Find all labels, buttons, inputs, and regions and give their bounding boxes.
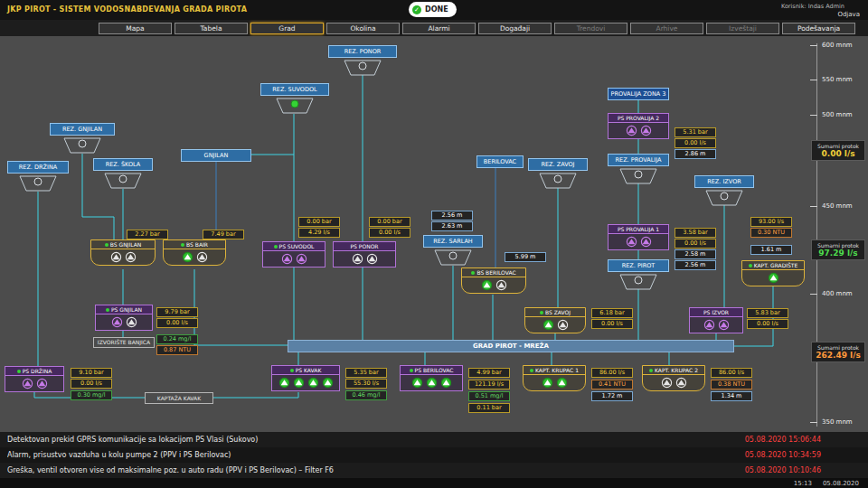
value-badge: 86.00 l/s <box>591 368 633 378</box>
pump-icon <box>293 377 305 389</box>
reservoir-label[interactable]: REZ. DRŽINA <box>7 161 69 174</box>
node-rez-provalija[interactable]: REZ. PROVALIJA <box>608 154 669 185</box>
node-bs-gnjilan[interactable]: BS GNJILAN <box>90 239 156 266</box>
node-izvoriste-banjica[interactable]: IZVORIŠTE BANJICA <box>93 337 155 348</box>
node-bs-zavoj[interactable]: BS ZAVOJ <box>524 307 586 333</box>
pump-icon <box>125 251 137 263</box>
node-title-text: KAPT. GRADIŠTE <box>754 262 798 268</box>
alarm-row[interactable]: Greška, ventil otvoren vise od maksimaln… <box>0 463 868 478</box>
tab-grad[interactable]: Grad <box>250 23 324 34</box>
logout-link[interactable]: Odjava <box>837 11 860 18</box>
node-bs-berilovac[interactable]: BS BERILOVAC <box>461 267 526 294</box>
reservoir-label[interactable]: REZ. IZVOR <box>694 175 754 188</box>
reservoir-label[interactable]: REZ. SUVODOL <box>260 83 329 96</box>
status-dot <box>649 369 653 372</box>
node-rez-pirot[interactable]: REZ. PIROT <box>608 259 669 291</box>
node-ps-drzina[interactable]: PS DRŽINA <box>5 366 64 392</box>
pump-icon <box>296 253 307 265</box>
node-kapt-krupac-2[interactable]: KAPT. KRUPAC 2 <box>642 365 705 391</box>
node-rez-zavoj[interactable]: REZ. ZAVOJ <box>528 158 588 190</box>
bs-title: BS GNJILAN <box>91 240 155 249</box>
node-rez-ponor[interactable]: REZ. PONOR <box>328 45 397 77</box>
done-button[interactable]: DONE <box>409 2 457 17</box>
value-badge: 1.72 m <box>591 391 633 401</box>
pump-icon <box>111 316 123 328</box>
reservoir-label[interactable]: REZ. ŠKOLA <box>93 158 153 171</box>
node-rez-suvodol[interactable]: REZ. SUVODOL <box>260 83 329 115</box>
reservoir-label[interactable]: REZ. ZAVOJ <box>528 158 588 171</box>
node-ps-ponor[interactable]: PS PONOR <box>333 241 396 267</box>
node-rez-sarlah[interactable]: REZ. SARLAH <box>423 235 483 267</box>
pump-row <box>609 123 668 138</box>
node-kapt-krupac-1[interactable]: KAPT. KRUPAC 1 <box>523 365 586 391</box>
reservoir-label[interactable]: REZ. GNJILAN <box>50 123 115 136</box>
node-ps-gnjilan[interactable]: PS GNJILAN <box>95 305 153 331</box>
pump-row <box>742 270 804 286</box>
tab-tabela[interactable]: Tabela <box>175 23 248 34</box>
zone-label-berilovac[interactable]: BERILOVAC <box>476 155 524 168</box>
pump-icon <box>495 279 507 291</box>
value-badge: 0.00 l/s <box>675 138 716 148</box>
value-badge: 2.63 m <box>431 221 473 231</box>
node-rez-drzina[interactable]: REZ. DRŽINA <box>7 161 69 192</box>
pump-icon <box>661 377 673 389</box>
top-bar: JKP PIROT - SISTEM VODOSNABDEVANJA GRADA… <box>0 0 868 20</box>
node-rez-izvor[interactable]: REZ. IZVOR <box>694 175 754 207</box>
pump-icon <box>440 377 452 389</box>
alarm-row[interactable]: Alarm, prisustvo vazduha u kolu pumpe 2 … <box>0 447 868 463</box>
node-ps-provalija-2[interactable]: PS PROVALIJA 2 <box>608 113 669 139</box>
value-badge: 0.00 bar <box>298 217 340 227</box>
nav-tab-bar: Mapa Tabela Grad Okolina Alarmi Događaji… <box>0 20 868 36</box>
node-kapt-gradiste[interactable]: KAPT. GRADIŠTE <box>741 260 805 286</box>
value-badge: 0.30 mg/l <box>71 390 112 400</box>
tab-trendovi[interactable]: Trendovi <box>554 23 627 34</box>
scale-tick-label: 500 mnm <box>822 111 853 118</box>
node-ps-provalija-1[interactable]: PS PROVALIJA 1 <box>608 224 669 250</box>
bs-title: KAPT. GRADIŠTE <box>742 261 804 270</box>
node-kaptaza-kavak[interactable]: KAPTAŽA KAVAK <box>145 392 213 404</box>
tank-icon <box>704 189 744 207</box>
alarm-text: Alarm, prisustvo vazduha u kolu pumpe 2 … <box>7 451 745 459</box>
node-ps-izvor[interactable]: PS IZVOR <box>689 307 743 333</box>
tab-arhive[interactable]: Arhive <box>630 23 703 34</box>
value-badge: 0.41 NTU <box>591 380 633 389</box>
node-ps-kavak[interactable]: PS KAVAK <box>271 365 340 391</box>
reservoir-label[interactable]: REZ. PROVALIJA <box>608 154 669 166</box>
bs-title: BS ZAVOJ <box>525 308 585 317</box>
node-ps-berilovac[interactable]: PS BERILOVAC <box>400 365 463 391</box>
value-badge: 0.00 l/s <box>675 239 716 249</box>
total-flow-value: 97.29 l/s <box>812 249 864 258</box>
tab-mapa[interactable]: Mapa <box>99 23 172 34</box>
scale-tick <box>810 115 817 116</box>
node-grad-pirot-mreza[interactable]: GRAD PIROT - MREŽA <box>288 340 734 352</box>
node-ps-suvodol[interactable]: PS SUVODOL <box>262 241 326 267</box>
node-rez-gnjilan[interactable]: REZ. GNJILAN <box>50 123 115 155</box>
value-badge: 93.00 l/s <box>750 217 792 227</box>
tab-dogadjaji[interactable]: Događaji <box>478 23 552 34</box>
reservoir-label[interactable]: REZ. PONOR <box>328 45 397 58</box>
reservoir-label[interactable]: REZ. SARLAH <box>423 235 483 248</box>
diagram-canvas: REZ. PONOR REZ. SUVODOL PROVALIJA ZONA 3… <box>0 36 868 432</box>
pump-row <box>164 249 225 265</box>
scada-screen: JKP PIROT - SISTEM VODOSNABDEVANJA GRADA… <box>0 0 868 488</box>
tank-icon <box>275 97 315 115</box>
alarm-row[interactable]: Detektovan prekid GPRS komunikacije sa l… <box>0 432 868 447</box>
ps-title: PS DRŽINA <box>5 367 63 376</box>
tab-podesavanja[interactable]: Podešavanja <box>782 23 855 34</box>
node-title-text: PS IZVOR <box>703 309 729 315</box>
zone-label-gnjilan[interactable]: GNJILAN <box>181 149 251 162</box>
pump-icon <box>542 377 553 389</box>
zone-label-provalija-zona-3[interactable]: PROVALIJA ZONA 3 <box>608 88 669 100</box>
value-badge: 0.00 l/s <box>747 319 788 329</box>
node-bs-bair[interactable]: BS BAIR <box>163 239 226 266</box>
scale-tick-label: 400 mnm <box>822 290 853 297</box>
node-rez-skola[interactable]: REZ. ŠKOLA <box>93 158 153 190</box>
tab-okolina[interactable]: Okolina <box>326 23 400 34</box>
tab-izvestaji[interactable]: Izveštaji <box>706 23 779 34</box>
status-dot <box>17 370 21 373</box>
reservoir-label[interactable]: REZ. PIROT <box>608 259 669 272</box>
tab-alarmi[interactable]: Alarmi <box>402 23 476 34</box>
pump-icon <box>768 272 779 284</box>
node-title-text: PS PROVALIJA 1 <box>618 226 659 232</box>
ps-title: PS SUVODOL <box>263 242 325 251</box>
